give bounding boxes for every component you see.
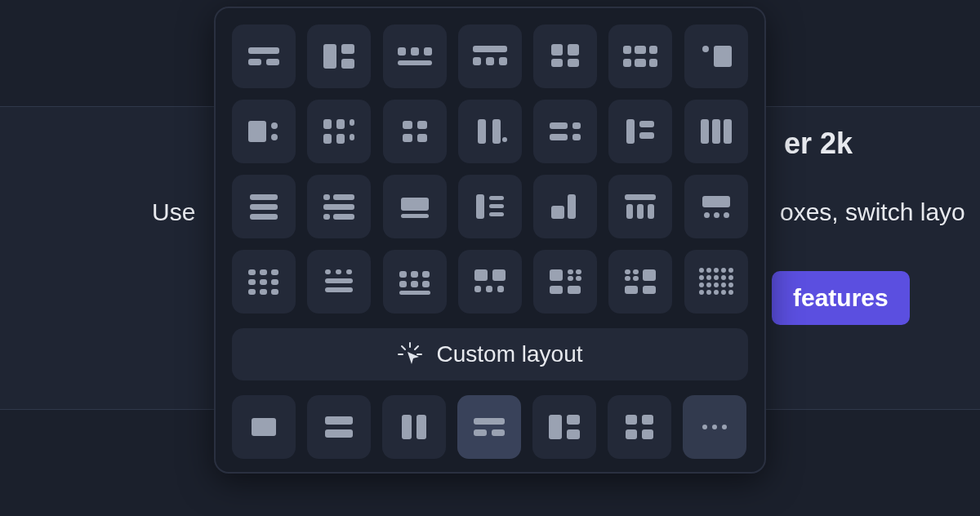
custom-layout-label: Custom layout — [437, 341, 583, 367]
layout-icon-two-cols-dot — [473, 114, 507, 149]
layout-icon-col-stacks — [322, 114, 356, 149]
custom-layout-button[interactable]: Custom layout — [232, 328, 748, 380]
layout-option[interactable] — [458, 100, 522, 163]
layout-option[interactable] — [307, 175, 371, 238]
layout-option[interactable] — [533, 100, 597, 163]
ellipsis-icon — [702, 425, 727, 429]
dock-more-button[interactable] — [683, 395, 746, 459]
layout-icon-two-bars-sm — [548, 114, 582, 149]
layout-icon-dense-grid — [699, 265, 733, 299]
dock-layout-single[interactable] — [232, 395, 296, 459]
layout-icon-big-bar — [398, 189, 432, 224]
layout-option[interactable] — [608, 250, 672, 314]
layout-icon-dot-block — [699, 39, 733, 73]
layout-icon-topdots-bars — [322, 265, 356, 299]
layout-option[interactable] — [383, 175, 447, 238]
layout-icon-2x3-a — [623, 39, 657, 73]
layout-option[interactable] — [684, 250, 748, 314]
svg-line-1 — [402, 346, 405, 349]
layout-option[interactable] — [232, 100, 296, 163]
layout-option[interactable] — [383, 100, 447, 163]
layout-option[interactable] — [533, 24, 597, 88]
layout-icon-three-top-bar — [398, 39, 432, 73]
layout-option[interactable] — [608, 100, 672, 163]
layout-option[interactable] — [307, 24, 371, 88]
hero-lead-left-fragment: Use — [152, 198, 195, 226]
layout-picker-popover: Custom layout — [214, 7, 766, 474]
layout-option[interactable] — [458, 175, 522, 238]
layout-option[interactable] — [383, 250, 447, 314]
layout-icon-header-two — [472, 410, 506, 444]
dock-layout-two-rows[interactable] — [307, 395, 371, 459]
layout-icon-bar-three — [473, 39, 507, 73]
layout-icon-left-stack — [322, 39, 356, 73]
svg-line-2 — [415, 346, 418, 349]
layout-icon-step — [548, 189, 582, 224]
layout-icon-two-cols — [397, 410, 431, 444]
layout-icon-header-two — [247, 39, 281, 73]
layout-option[interactable] — [307, 100, 371, 163]
layout-icon-block-dots — [247, 114, 281, 149]
layout-icon-left-stack — [547, 410, 581, 444]
layout-option[interactable] — [232, 250, 296, 314]
dock-layout-left-stack[interactable] — [532, 395, 596, 459]
layout-option[interactable] — [608, 24, 672, 88]
layout-option[interactable] — [684, 24, 748, 88]
dock-layout-header-two[interactable] — [457, 395, 521, 459]
layout-option[interactable] — [458, 250, 522, 314]
layout-icon-2x2 — [622, 410, 657, 444]
layout-grid — [232, 24, 748, 314]
layout-option[interactable] — [533, 250, 597, 314]
layout-option[interactable] — [608, 175, 672, 238]
layout-option[interactable] — [458, 24, 522, 88]
layout-icon-bar-cols — [623, 189, 657, 224]
layout-option[interactable] — [232, 175, 296, 238]
layout-icon-2x2-tall — [548, 39, 582, 73]
hero-title-fragment: er 2k — [784, 127, 853, 161]
layout-option[interactable] — [684, 175, 748, 238]
layout-option[interactable] — [383, 24, 447, 88]
layout-icon-three-cols — [699, 114, 733, 149]
layout-icon-mixed-b — [548, 265, 582, 299]
layout-icon-col-lines — [473, 189, 507, 224]
dock-layout-2x2[interactable] — [608, 395, 671, 459]
layout-option[interactable] — [232, 24, 296, 88]
layout-icon-2row-grid-bar — [398, 265, 432, 299]
layout-dock — [232, 395, 748, 459]
layout-icon-grid-3x3 — [247, 265, 281, 299]
layout-icon-two-rows — [322, 410, 356, 444]
layout-option[interactable] — [307, 250, 371, 314]
layout-icon-three-rows — [247, 189, 281, 224]
features-button[interactable]: features — [772, 271, 910, 325]
layout-option[interactable] — [684, 100, 748, 163]
layout-icon-single — [247, 410, 281, 444]
dock-layout-two-cols[interactable] — [382, 395, 446, 459]
layout-icon-indent-rows — [322, 189, 356, 224]
layout-icon-col-two-dots — [623, 114, 657, 149]
cursor-click-icon — [398, 342, 422, 367]
layout-option[interactable] — [533, 175, 597, 238]
layout-icon-mixed-c — [623, 265, 657, 299]
hero-lead-right-fragment: oxes, switch layo — [780, 198, 965, 226]
layout-icon-bar-dots3 — [699, 189, 733, 224]
layout-icon-2x2-dots — [398, 114, 432, 149]
layout-icon-mixed-a — [473, 265, 507, 299]
